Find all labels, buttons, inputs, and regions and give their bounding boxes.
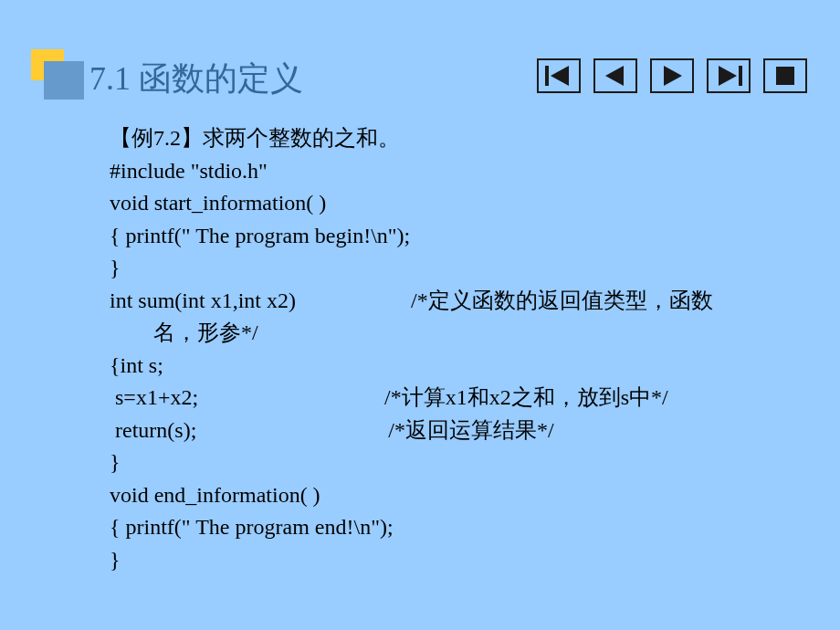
stop-button[interactable]: [763, 58, 807, 93]
code-line: }: [110, 446, 803, 479]
code-line: 【例7.2】求两个整数的之和。: [110, 122, 803, 155]
code-line: #include "stdio.h": [110, 155, 803, 188]
stop-icon: [770, 64, 801, 88]
svg-rect-6: [776, 67, 794, 85]
slide-decoration: [31, 49, 84, 99]
slide-content: 【例7.2】求两个整数的之和。 #include "stdio.h" void …: [110, 122, 803, 576]
code-line: 名，形参*/: [110, 317, 803, 350]
code-line: int sum(int x1,int x2) /*定义函数的返回值类型，函数: [110, 285, 803, 318]
code-line: void start_information( ): [110, 187, 803, 220]
code-line: {int s;: [110, 350, 803, 383]
code-line: }: [110, 252, 803, 285]
svg-rect-5: [739, 66, 742, 86]
code-line: void end_information( ): [110, 479, 803, 512]
last-button[interactable]: [707, 58, 751, 93]
code-line: { printf(" The program begin!\n");: [110, 220, 803, 253]
svg-marker-3: [664, 66, 682, 86]
code-line: s=x1+x2; /*计算x1和x2之和，放到s中*/: [110, 382, 803, 415]
svg-marker-2: [605, 66, 624, 86]
code-line: }: [110, 544, 803, 577]
deco-blue-square: [44, 61, 84, 100]
svg-rect-0: [545, 66, 549, 86]
nav-button-group: [537, 58, 807, 93]
first-button[interactable]: [537, 58, 581, 93]
code-line: { printf(" The program end!\n");: [110, 511, 803, 544]
prev-icon: [600, 64, 631, 88]
prev-button[interactable]: [593, 58, 637, 93]
next-button[interactable]: [650, 58, 694, 93]
last-icon: [713, 64, 744, 88]
svg-marker-1: [551, 66, 569, 86]
next-icon: [656, 64, 688, 88]
code-line: return(s); /*返回运算结果*/: [110, 415, 803, 447]
first-icon: [543, 64, 574, 88]
svg-marker-4: [719, 66, 737, 86]
slide-title: 7.1 函数的定义: [89, 57, 303, 101]
